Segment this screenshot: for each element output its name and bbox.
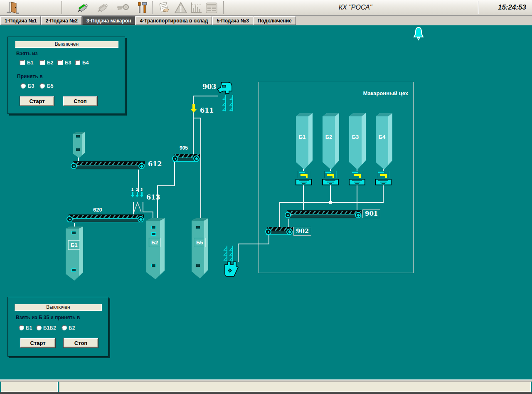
gate-valve <box>298 171 310 178</box>
start-button[interactable]: Старт <box>20 338 56 348</box>
tab-podacha-1[interactable]: 1-Подача №1 <box>0 16 41 25</box>
app-title: КХ "РОСА" <box>318 4 393 11</box>
statusbar-cell-right <box>59 382 531 392</box>
label-903: 903 <box>202 83 216 91</box>
exit-door-icon[interactable] <box>6 1 20 15</box>
toolbar-separator <box>478 1 479 14</box>
take-accept-label: Взять из Б 35 и принять в <box>16 315 80 320</box>
gate-valve <box>377 171 389 178</box>
statusbar-bottom-edge <box>0 392 532 394</box>
radio-b5-label: Б5 <box>47 83 53 89</box>
level-sensor <box>71 268 76 272</box>
process-line <box>303 185 304 211</box>
level-sensor <box>196 264 200 267</box>
values-panel-icon[interactable] <box>204 1 219 15</box>
workshop-silo-b3 <box>349 113 366 170</box>
silo-b5-label: Б5 <box>194 238 206 247</box>
process-line <box>279 202 280 227</box>
radio-b1-label: Б1 <box>26 325 32 331</box>
silo-b1 <box>66 227 83 281</box>
tab-podacha-3[interactable]: 5-Подача №3 <box>212 16 253 25</box>
control-panel-pasta: Выключен Взять из Б1 Б2 Б3 Б4 Принять в … <box>7 37 125 114</box>
splitter-number: 1 <box>131 187 133 192</box>
radio-b2-label: Б2 <box>69 325 75 331</box>
label-905: 905 <box>180 145 188 151</box>
tab-podkluchenie[interactable]: Подключение <box>254 16 296 25</box>
alarm-warning-icon[interactable] <box>174 1 188 15</box>
radio-b3[interactable] <box>20 83 26 89</box>
tab-transportirovka[interactable]: 4-Транспортировка в склад <box>135 16 212 25</box>
process-line <box>268 235 269 244</box>
workshop-title: Макаронный цех <box>363 90 408 96</box>
statusbar-cell-left <box>1 382 58 392</box>
process-line <box>174 162 175 186</box>
start-button[interactable]: Старт <box>20 96 54 106</box>
workshop-silo-b2-label: Б2 <box>323 134 335 140</box>
gate-valve <box>351 171 363 178</box>
conveyor-612 <box>72 161 143 170</box>
radio-b1b2[interactable] <box>36 325 42 330</box>
checkbox-b1-label: Б1 <box>27 60 33 66</box>
tab-podacha-2[interactable]: 2-Подача №2 <box>41 16 81 25</box>
radio-b2[interactable] <box>62 325 67 330</box>
radio-b1b2-label: Б1Б2 <box>43 325 56 331</box>
clock: 15:24:53 <box>498 3 526 12</box>
level-sensor <box>151 226 156 229</box>
chain-conveyor-icon <box>229 95 234 114</box>
workshop-silo-b4-label: Б4 <box>376 134 388 140</box>
toolbar: КХ "РОСА" 15:24:53 <box>0 0 532 16</box>
process-line <box>288 219 289 227</box>
process-line <box>153 212 153 219</box>
process-line <box>330 185 331 203</box>
alarm-bell-icon[interactable] <box>412 26 425 43</box>
process-line <box>193 118 201 118</box>
connect-plug-icon[interactable] <box>76 1 90 15</box>
stop-button[interactable]: Стоп <box>63 96 98 106</box>
conveyor-620 <box>68 214 143 224</box>
toolbar-separator <box>223 1 224 14</box>
conveyor-902 <box>266 227 291 236</box>
workshop-silo-b3-label: Б3 <box>349 134 362 140</box>
report-document-icon[interactable] <box>157 1 171 15</box>
feeder <box>375 179 392 185</box>
process-line <box>238 244 239 262</box>
trends-chart-icon[interactable] <box>189 1 203 15</box>
tab-podacha-makaron[interactable]: 3-Подача макарон <box>82 16 135 25</box>
label-901: 901 <box>362 209 380 218</box>
access-key-icon[interactable] <box>116 1 130 15</box>
radio-b1[interactable] <box>19 325 24 330</box>
process-line <box>238 244 269 244</box>
checkbox-b4[interactable] <box>75 60 80 65</box>
label-613: 613 <box>146 193 160 201</box>
settings-tools-icon[interactable] <box>135 1 149 15</box>
stop-button[interactable]: Стоп <box>63 338 99 348</box>
process-line <box>157 185 175 186</box>
conveyor-905 <box>173 154 198 163</box>
toolbar-separator <box>62 1 62 14</box>
checkbox-b3[interactable] <box>57 60 63 65</box>
level-sensor <box>151 264 156 267</box>
conveyor-901 <box>286 210 360 219</box>
level-sensor <box>76 148 80 151</box>
level-sensor <box>71 231 76 234</box>
aspirator-bottom <box>222 261 241 279</box>
toolbar-separator <box>152 1 153 14</box>
disconnect-plug-icon[interactable] <box>96 1 110 15</box>
tab-bar: 1-Подача №1 2-Подача №2 3-Подача макарон… <box>0 16 532 25</box>
process-line <box>383 185 384 203</box>
gate-valve <box>324 171 337 178</box>
take-from-label: Взять из <box>16 51 38 57</box>
workshop-silo-b1-label: Б1 <box>296 134 308 140</box>
line-junction <box>329 201 332 204</box>
chain-conveyor-icon <box>222 95 227 114</box>
radio-b5[interactable] <box>39 83 45 89</box>
checkbox-b4-label: Б4 <box>82 60 89 66</box>
label-902: 902 <box>293 227 311 236</box>
process-line <box>138 170 139 192</box>
accept-to-label: Принять в <box>17 74 43 79</box>
label-612: 612 <box>148 160 162 168</box>
panel-status-display: Выключен <box>15 304 102 311</box>
process-line <box>357 185 357 211</box>
checkbox-b2[interactable] <box>39 60 45 65</box>
checkbox-b1[interactable] <box>20 60 25 65</box>
